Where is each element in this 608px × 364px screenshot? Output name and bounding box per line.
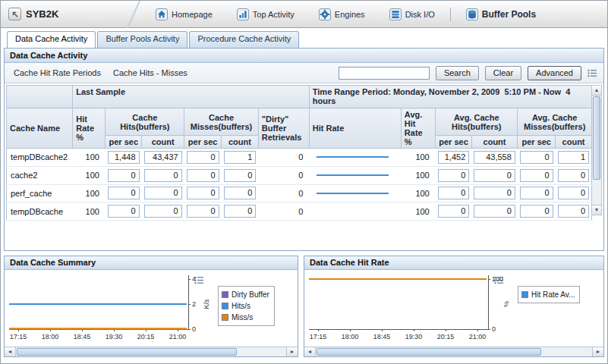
table-row[interactable]: tempDBcache 100 0 0 0 0 0 100 0 0 0 0 (7, 202, 592, 221)
avg-hits-count-value: 0 (474, 187, 515, 199)
table-row[interactable]: perf_cache 100 0 0 0 0 0 100 0 0 0 0 (7, 184, 592, 202)
legend-swatch-hits (222, 303, 228, 309)
hits-per-sec-value: 0 (108, 169, 140, 182)
legend-label: Hits/s (232, 302, 250, 310)
scroll-right-arrow[interactable]: ► (592, 347, 603, 356)
bottom-charts-row: Data Cache Summary 42017:1518:0018:4519:… (4, 256, 604, 357)
avg-hits-count-value: 0 (474, 205, 515, 218)
advanced-button[interactable]: Advanced (528, 66, 581, 80)
subcol-misses-per-sec[interactable]: per sec (184, 136, 222, 149)
avg-misses-per-sec-value: 0 (520, 187, 553, 199)
tab-buffer-pools-activity[interactable]: Buffer Pools Activity (97, 31, 187, 48)
table-row[interactable]: tempDBcache2 100 1,448 43,437 0 1 0 100 … (7, 149, 592, 167)
hits-count-value: 0 (144, 205, 182, 218)
col-avg-hit-rate-pct[interactable]: Avg. Hit Rate % (401, 108, 435, 149)
chart-options-icon[interactable] (494, 276, 504, 286)
svg-text:21:00: 21:00 (169, 333, 187, 340)
search-input[interactable] (339, 67, 430, 80)
cache-name-cell: perf_cache (7, 184, 73, 202)
col-avg-cache-hits[interactable]: Avg. Cache Hits(buffers) (436, 108, 518, 136)
collapse-arrow-icon[interactable] (8, 8, 21, 20)
svg-text:21:00: 21:00 (469, 333, 487, 340)
legend-item: Hits/s (222, 300, 269, 312)
hit-rate-cell: 100 (73, 149, 106, 167)
misses-count-value: 0 (224, 169, 257, 182)
svg-text:%: % (502, 301, 510, 307)
hit-rate-sparkline (317, 156, 389, 158)
tab-strip: Data Cache Activity Buffer Pools Activit… (1, 28, 607, 48)
tab-data-cache-activity[interactable]: Data Cache Activity (7, 31, 96, 48)
scroll-up-arrow[interactable]: ▲ (592, 86, 601, 96)
scroll-down-arrow[interactable]: ▼ (592, 205, 601, 215)
svg-text:18:45: 18:45 (74, 333, 91, 340)
search-button[interactable]: Search (436, 66, 479, 80)
svg-text:17:15: 17:15 (310, 333, 327, 340)
scroll-left-arrow[interactable]: ◄ (304, 347, 316, 356)
clear-button[interactable]: Clear (485, 66, 521, 80)
avg-misses-per-sec-value: 0 (520, 169, 553, 182)
vertical-scroll-thumb[interactable] (593, 96, 600, 180)
hit-rate-cell: 100 (73, 184, 106, 202)
link-cache-hit-rate-periods[interactable]: Cache Hit Rate Periods (14, 68, 101, 77)
col-cache-misses[interactable]: Cache Misses(buffers) (184, 108, 259, 136)
avg-misses-per-sec-value: 0 (520, 151, 553, 164)
horizontal-scroll-thumb[interactable] (317, 348, 541, 356)
summary-chart-body: 42017:1518:0018:4519:3020:1521:00K/s Dir… (5, 270, 298, 347)
col-avg-cache-misses[interactable]: Avg. Cache Misses(buffers) (518, 108, 592, 136)
table-options-icon[interactable] (588, 69, 597, 77)
subcol-hits-per-sec[interactable]: per sec (106, 136, 142, 149)
avg-misses-count-value: 0 (558, 187, 589, 199)
misses-per-sec-value: 0 (187, 169, 219, 182)
dirty-retrievals-cell: 0 (258, 166, 309, 184)
avg-hit-rate-cell: 100 (401, 166, 435, 184)
col-cache-name[interactable]: Cache Name (7, 108, 73, 149)
top-header-bar: SYB2K Homepage Top Activity Engines Disk… (1, 1, 607, 28)
dirty-retrievals-cell: 0 (258, 184, 309, 202)
subcol-avg-misses-count[interactable]: count (556, 136, 592, 149)
misses-per-sec-value: 0 (187, 151, 219, 164)
group-header-time-range: Time Range Period: Monday, November 2, 2… (309, 86, 591, 108)
horizontal-scrollbar[interactable]: ◄ ► (304, 347, 603, 356)
hits-per-sec-value: 0 (108, 187, 140, 199)
legend-swatch-hit-rate (521, 291, 528, 298)
hit-rate-sparkline (317, 174, 389, 176)
svg-text:20:15: 20:15 (437, 333, 455, 340)
nav-engines[interactable]: Engines (319, 8, 365, 20)
nav-top-activity[interactable]: Top Activity (237, 8, 295, 20)
hits-per-sec-value: 1,448 (108, 151, 140, 164)
top-navigation: Homepage Top Activity Engines Disk I/O B… (156, 8, 536, 21)
horizontal-scrollbar[interactable]: ◄ ► (5, 347, 298, 356)
horizontal-scroll-thumb[interactable] (17, 348, 237, 356)
col-hit-rate-pct[interactable]: Hit Rate % (73, 108, 106, 149)
avg-hits-count-value: 43,558 (474, 151, 515, 164)
legend-item: Miss/s (222, 312, 269, 323)
col-dirty-buffer-retrievals[interactable]: "Dirty" Buffer Retrievals (258, 108, 309, 149)
hit-rate-cell: 100 (73, 166, 106, 184)
avg-hits-per-sec-value: 0 (438, 187, 470, 199)
subcol-avg-misses-per-sec[interactable]: per sec (518, 136, 556, 149)
svg-text:18:00: 18:00 (42, 333, 59, 340)
tab-procedure-cache-activity[interactable]: Procedure Cache Activity (189, 31, 299, 48)
vertical-scrollbar[interactable]: ▲ ▼ (592, 85, 602, 215)
svg-text:0: 0 (192, 325, 196, 333)
nav-disk-io[interactable]: Disk I/O (389, 8, 435, 20)
scroll-left-arrow[interactable]: ◄ (5, 347, 16, 356)
subcol-misses-count[interactable]: count (222, 136, 259, 149)
nav-homepage[interactable]: Homepage (156, 8, 213, 20)
subcol-avg-hits-count[interactable]: count (471, 136, 518, 149)
avg-misses-count-value: 0 (558, 169, 589, 182)
subcol-hits-count[interactable]: count (142, 136, 184, 149)
subcol-avg-hits-per-sec[interactable]: per sec (436, 136, 472, 149)
avg-hit-rate-cell: 100 (401, 149, 435, 167)
col-hit-rate-sparkline[interactable]: Hit Rate (309, 108, 401, 149)
col-cache-hits[interactable]: Cache Hits(buffers) (106, 108, 184, 136)
nav-buffer-pools[interactable]: Buffer Pools (466, 8, 536, 20)
avg-hits-count-value: 0 (474, 169, 515, 182)
chart-options-icon[interactable] (194, 276, 204, 286)
hits-count-value: 43,437 (144, 151, 182, 164)
svg-text:K/s: K/s (203, 299, 210, 309)
link-cache-hits-misses[interactable]: Cache Hits - Misses (113, 68, 187, 77)
scroll-right-arrow[interactable]: ► (286, 347, 298, 356)
table-row[interactable]: cache2 100 0 0 0 0 0 100 0 0 0 0 (7, 166, 592, 184)
svg-text:20:15: 20:15 (137, 333, 155, 340)
